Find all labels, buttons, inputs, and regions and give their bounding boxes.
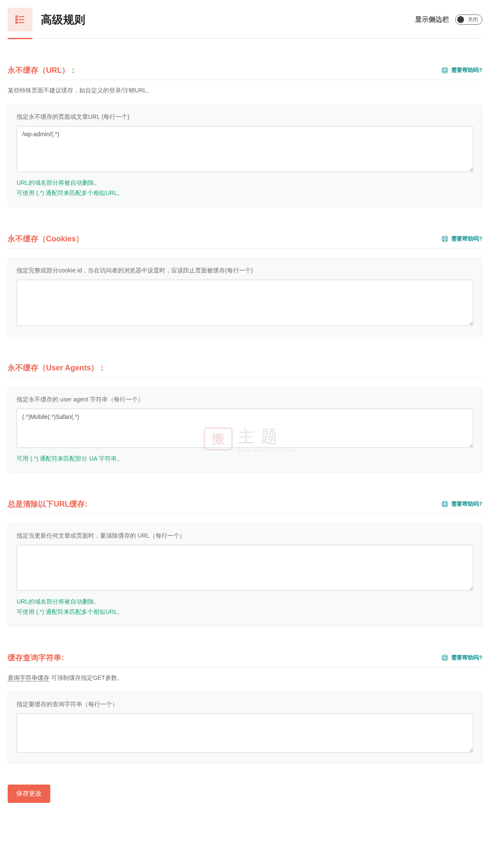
svg-line-11 — [443, 71, 444, 72]
field-hint: 可用 (.*) 通配符来匹配部分 UA 字符串。 — [17, 454, 473, 464]
section-head: 总是清除以下URL缓存: 需要帮助吗? — [8, 499, 482, 514]
field-hint: URL的域名部分将被自动删除。 可使用 (.*) 通配符来匹配多个相似URL。 — [17, 597, 473, 617]
page-header: 高级规则 显示侧边栏 关闭 — [8, 8, 482, 38]
field-label: 指定完整或部分cookie id，当在访问者的浏览器中设置时，应该防止页面被缓存… — [17, 267, 473, 275]
svg-line-21 — [446, 505, 447, 507]
help-label: 需要帮助吗? — [451, 66, 482, 74]
section-head: 永不缓存（User Agents）： — [8, 363, 482, 378]
svg-line-27 — [446, 659, 447, 660]
section-title: 永不缓存（URL）： — [8, 65, 77, 75]
section-desc: 某些特殊页面不建议缓存，如自定义的登录/注销URL。 — [8, 86, 482, 95]
field-label: 指定永不缓存的 user agent 字符串（每行一个） — [17, 396, 473, 404]
page-title: 高级规则 — [41, 12, 85, 27]
section-title: 总是清除以下URL缓存: — [8, 499, 87, 509]
section-head: 永不缓存（Cookies） 需要帮助吗? — [8, 234, 482, 249]
hint-line: URL的域名部分将被自动删除。 — [17, 178, 473, 188]
help-label: 需要帮助吗? — [451, 500, 482, 508]
field-box: 指定永不缓存的页面或文章URL (每行一个) URL的域名部分将被自动删除。 可… — [8, 104, 482, 207]
advanced-rules-icon — [8, 8, 32, 32]
toggle-state-label: 关闭 — [468, 16, 478, 23]
svg-line-10 — [446, 68, 447, 69]
svg-line-17 — [443, 240, 444, 241]
field-hint: URL的域名部分将被自动删除。 可使用 (.*) 通配符来匹配多个相似URL。 — [17, 178, 473, 198]
svg-rect-4 — [16, 22, 17, 23]
hint-line: URL的域名部分将被自动删除。 — [17, 597, 473, 607]
svg-point-7 — [444, 69, 446, 72]
never-cache-url-input[interactable] — [17, 126, 473, 172]
svg-line-28 — [446, 656, 447, 657]
section-cache-query: 缓存查询字符串: 需要帮助吗? 查询字符串缓存 可强制缓存指定GET参数。 指定… — [8, 653, 482, 763]
field-label: 指定永不缓存的页面或文章URL (每行一个) — [17, 113, 473, 121]
hint-line: 可用 (.*) 通配符来匹配部分 UA 字符串。 — [17, 454, 473, 464]
field-box: 指定完整或部分cookie id，当在访问者的浏览器中设置时，应该防止页面被缓存… — [8, 258, 482, 336]
never-cache-cookies-input[interactable] — [17, 280, 473, 326]
help-label: 需要帮助吗? — [451, 654, 482, 662]
field-box: 指定永不缓存的 user agent 字符串（每行一个） 可用 (.*) 通配符… — [8, 387, 482, 473]
section-never-cache-cookies: 永不缓存（Cookies） 需要帮助吗? 指定完整或部分cookie id，当在… — [8, 234, 482, 336]
help-link[interactable]: 需要帮助吗? — [441, 654, 482, 662]
section-head: 缓存查询字符串: 需要帮助吗? — [8, 653, 482, 667]
field-label: 指定当更新任何文章或页面时，要清除缓存的 URL（每行一个） — [17, 532, 473, 540]
svg-point-19 — [444, 503, 446, 505]
section-always-purge: 总是清除以下URL缓存: 需要帮助吗? 指定当更新任何文章或页面时，要清除缓存的… — [8, 499, 482, 626]
svg-line-26 — [443, 656, 444, 657]
svg-line-22 — [446, 502, 447, 503]
header-left: 高级规则 — [8, 8, 85, 32]
sidebar-toggle-label: 显示侧边栏 — [415, 15, 449, 24]
life-ring-icon — [441, 235, 449, 243]
query-string-cache-link[interactable]: 查询字符串缓存 — [8, 674, 49, 681]
help-label: 需要帮助吗? — [451, 235, 482, 243]
help-link[interactable]: 需要帮助吗? — [441, 500, 482, 508]
sidebar-toggle[interactable]: 关闭 — [455, 14, 482, 25]
cache-query-input[interactable] — [17, 713, 473, 753]
svg-rect-2 — [16, 19, 17, 20]
life-ring-icon — [441, 66, 449, 74]
header-right: 显示侧边栏 关闭 — [415, 14, 482, 25]
svg-point-13 — [444, 238, 446, 240]
field-box: 指定当更新任何文章或页面时，要清除缓存的 URL（每行一个） URL的域名部分将… — [8, 523, 482, 626]
svg-rect-0 — [16, 16, 17, 17]
section-head: 永不缓存（URL）： 需要帮助吗? — [8, 65, 482, 80]
svg-line-20 — [443, 502, 444, 503]
svg-line-8 — [443, 68, 444, 69]
help-link[interactable]: 需要帮助吗? — [441, 66, 482, 74]
section-title: 永不缓存（User Agents）： — [8, 363, 106, 373]
svg-line-9 — [446, 71, 447, 72]
svg-line-29 — [443, 659, 444, 660]
life-ring-icon — [441, 500, 449, 508]
svg-point-25 — [444, 656, 446, 659]
svg-line-15 — [446, 240, 447, 241]
toggle-knob — [457, 16, 464, 23]
help-link[interactable]: 需要帮助吗? — [441, 235, 482, 243]
section-title: 永不缓存（Cookies） — [8, 234, 84, 244]
always-purge-input[interactable] — [17, 545, 473, 591]
field-label: 指定要缓存的查询字符串（每行一个） — [17, 701, 473, 708]
hint-line: 可使用 (.*) 通配符来匹配多个相似URL。 — [17, 188, 473, 198]
section-title: 缓存查询字符串: — [8, 653, 64, 663]
life-ring-icon — [441, 654, 449, 662]
save-button[interactable]: 保存更改 — [8, 785, 50, 803]
section-never-cache-url: 永不缓存（URL）： 需要帮助吗? 某些特殊页面不建议缓存，如自定义的登录/注销… — [8, 65, 482, 207]
desc-rest: 可强制缓存指定GET参数。 — [49, 674, 123, 681]
svg-line-16 — [446, 236, 447, 238]
header-divider — [8, 38, 482, 39]
field-box: 指定要缓存的查询字符串（每行一个） — [8, 692, 482, 763]
svg-line-14 — [443, 236, 444, 238]
hint-line: 可使用 (.*) 通配符来匹配多个相似URL。 — [17, 607, 473, 617]
save-row: 保存更改 — [8, 785, 482, 803]
section-desc: 查询字符串缓存 可强制缓存指定GET参数。 — [8, 673, 482, 682]
never-cache-ua-input[interactable] — [17, 409, 473, 448]
svg-line-23 — [443, 505, 444, 507]
section-never-cache-ua: 永不缓存（User Agents）： 指定永不缓存的 user agent 字符… — [8, 363, 482, 473]
